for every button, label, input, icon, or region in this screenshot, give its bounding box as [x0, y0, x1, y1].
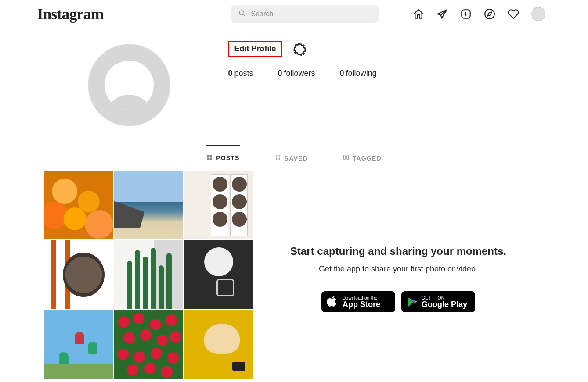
tab-saved-label: SAVED: [285, 155, 308, 162]
page-content: Edit Profile 0posts 0followers 0followin…: [35, 28, 553, 379]
stat-followers-count: 0: [278, 69, 282, 78]
svg-point-0: [239, 11, 244, 15]
sample-tile: [44, 310, 113, 379]
stat-followers-label: followers: [284, 69, 315, 78]
svg-point-5: [485, 9, 494, 19]
messages-icon[interactable]: [436, 8, 448, 20]
sample-tile: [184, 240, 253, 309]
search-box[interactable]: [231, 5, 379, 23]
svg-point-13: [345, 156, 347, 158]
tab-saved[interactable]: SAVED: [275, 145, 308, 171]
sample-tile: [184, 171, 253, 239]
profile-tabs: POSTS SAVED TAGGED: [44, 145, 545, 171]
profile-header: Edit Profile 0posts 0followers 0followin…: [44, 28, 545, 145]
stat-following-count: 0: [340, 69, 344, 78]
appstore-big-text: App Store: [343, 300, 380, 308]
avatar-container: [88, 44, 171, 127]
sample-tile: [114, 171, 183, 239]
profile-avatar[interactable]: [88, 44, 170, 126]
get-app-promo: Start capturing and sharing your moments…: [253, 171, 545, 379]
tab-tagged[interactable]: TAGGED: [343, 145, 382, 171]
top-nav-inner: Instagram: [13, 5, 575, 23]
svg-rect-7: [207, 155, 212, 160]
tagged-icon: [343, 154, 349, 162]
tab-posts[interactable]: POSTS: [206, 145, 239, 171]
svg-line-1: [243, 14, 245, 16]
tab-tagged-label: TAGGED: [353, 155, 382, 162]
stat-posts-label: posts: [234, 69, 253, 78]
home-icon[interactable]: [413, 8, 424, 20]
stat-following[interactable]: 0following: [340, 69, 377, 78]
stat-posts: 0posts: [228, 69, 253, 78]
gplay-big-text: Google Play: [422, 300, 467, 308]
profile-avatar-small[interactable]: [531, 7, 545, 21]
tab-posts-label: POSTS: [216, 154, 239, 161]
app-logo[interactable]: Instagram: [37, 5, 104, 23]
profile-stats: 0posts 0followers 0following: [228, 69, 545, 78]
activity-icon[interactable]: [508, 8, 519, 20]
svg-marker-6: [487, 12, 491, 16]
sample-tile: [44, 171, 113, 239]
sample-tile: [114, 240, 183, 309]
sample-tile: [114, 310, 183, 379]
search-wrap: [231, 5, 379, 23]
stat-following-label: following: [346, 69, 377, 78]
appstore-small-text: Download on the: [343, 296, 380, 300]
promo-headline: Start capturing and sharing your moments…: [290, 245, 506, 257]
sample-tile: [44, 240, 113, 309]
sample-posts-grid: [44, 171, 253, 379]
profile-meta: Edit Profile 0posts 0followers 0followin…: [228, 44, 545, 127]
search-input[interactable]: [251, 10, 372, 18]
promo-subtext: Get the app to share your first photo or…: [319, 264, 478, 274]
edit-profile-button[interactable]: Edit Profile: [228, 41, 282, 57]
gplay-small-text: GET IT ON: [422, 296, 467, 300]
google-play-icon: [407, 296, 417, 307]
explore-icon[interactable]: [484, 8, 495, 20]
grid-icon: [206, 154, 213, 162]
bookmark-icon: [275, 154, 281, 162]
stat-posts-count: 0: [228, 69, 233, 78]
stat-followers[interactable]: 0followers: [278, 69, 315, 78]
top-nav: Instagram: [0, 0, 588, 28]
sample-tile: [184, 310, 253, 379]
google-play-button[interactable]: GET IT ON Google Play: [401, 291, 475, 312]
profile-actions-row: Edit Profile: [228, 41, 545, 57]
search-icon: [238, 9, 246, 19]
store-buttons: Download on the App Store GET IT ON Goog…: [321, 291, 475, 312]
new-post-icon[interactable]: [460, 8, 472, 20]
settings-gear-icon[interactable]: [293, 43, 306, 56]
apple-logo-icon: [327, 295, 338, 308]
app-store-button[interactable]: Download on the App Store: [321, 291, 395, 312]
profile-content: Start capturing and sharing your moments…: [44, 171, 545, 379]
nav-icons: [413, 7, 545, 21]
